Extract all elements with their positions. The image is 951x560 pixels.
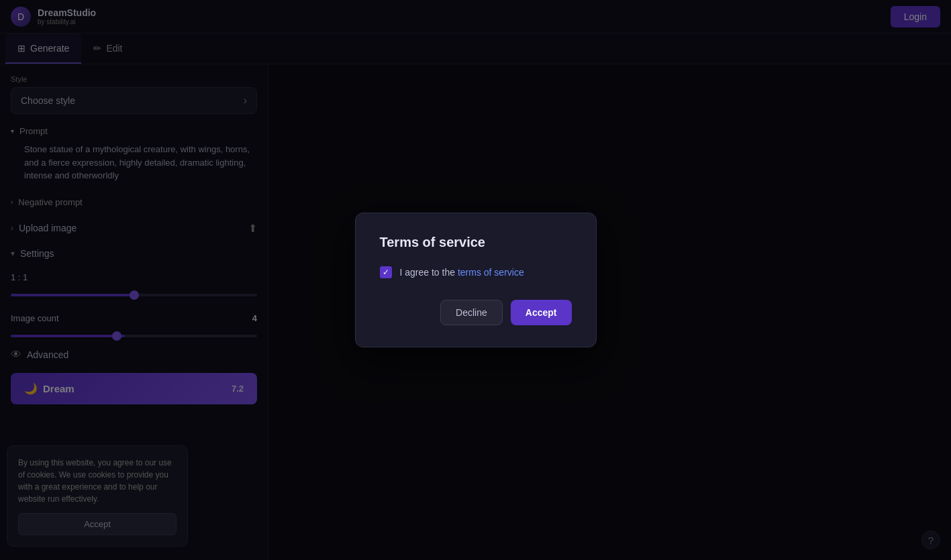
terms-modal: Terms of service ✓ I agree to the terms … <box>355 213 597 347</box>
tos-checkbox[interactable]: ✓ <box>380 266 392 278</box>
accept-button[interactable]: Accept <box>511 300 572 325</box>
tos-agree-row: ✓ I agree to the terms of service <box>380 266 572 278</box>
modal-title: Terms of service <box>380 235 572 250</box>
decline-button[interactable]: Decline <box>440 300 503 325</box>
tos-text: I agree to the terms of service <box>400 267 524 278</box>
modal-actions: Decline Accept <box>380 300 572 325</box>
tos-agree-prefix: I agree to the <box>400 267 458 278</box>
modal-overlay: Terms of service ✓ I agree to the terms … <box>0 0 951 560</box>
tos-link[interactable]: terms of service <box>458 267 524 278</box>
tos-checkmark-icon: ✓ <box>383 268 389 276</box>
